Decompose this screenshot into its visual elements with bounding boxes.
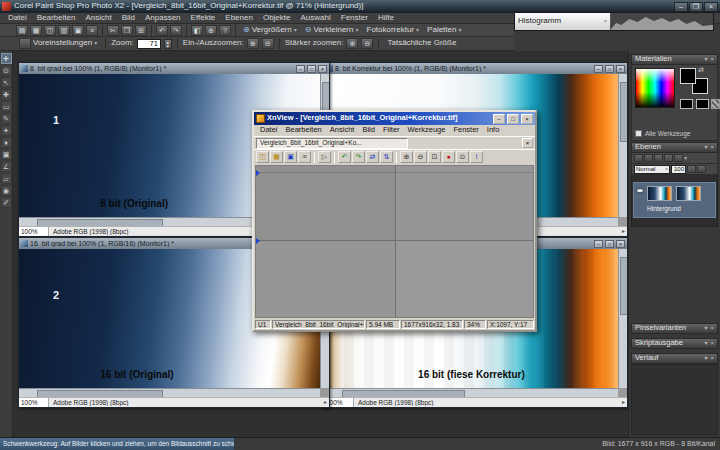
open-image-icon[interactable]: ▦ [30,25,42,36]
menu-bearbeiten[interactable]: Bearbeiten [32,14,81,23]
paste-icon[interactable]: ⊞ [135,25,147,36]
status-arrow-icon[interactable]: ▸ [622,228,627,235]
zoom-stronger-out-icon[interactable]: ⊖ [361,38,373,49]
layers-panel-header[interactable]: Ebenen ▾ × [631,142,718,153]
maximize-button[interactable]: □ [605,240,614,248]
xnview-document-tab[interactable]: Vergleich_8bit_16bit_Original+Ko... [256,138,408,149]
photofix-dropdown[interactable]: Fotokorrektur ▾ [364,24,423,36]
history-header[interactable]: Verlauf ▾ × [631,353,718,364]
magic-wand-tool[interactable]: ✦ [1,125,12,136]
xnview-menu-bearbeiten[interactable]: Bearbeiten [282,126,326,134]
help-icon[interactable]: ? [219,25,231,36]
layer-visibility-icon[interactable] [636,188,644,193]
close-button[interactable]: × [704,2,718,12]
panel-pin-icon[interactable]: ▾ [704,144,707,151]
info-icon[interactable]: i [470,151,483,163]
vertical-scrollbar[interactable] [618,249,627,388]
zoom-in-button[interactable]: ⊕ Vergrößern ▾ [240,24,300,36]
zoom-value-input[interactable] [137,39,161,49]
restore-button[interactable]: ❐ [689,2,703,12]
palettes-dropdown[interactable]: Paletten ▾ [424,24,464,36]
close-button[interactable]: × [521,114,533,124]
undo-icon[interactable]: ↶ [156,25,168,36]
xnview-menu-datei[interactable]: Datei [256,126,282,134]
slideshow-icon[interactable]: ▷ [318,151,331,163]
all-tools-checkbox[interactable] [635,130,642,137]
vertical-scrollbar[interactable] [618,74,627,217]
mirror-vertical-icon[interactable]: ⇅ [380,151,393,163]
menu-objekte[interactable]: Objekte [258,14,296,23]
xnview-menu-filter[interactable]: Filter [379,126,404,134]
new-layer-icon[interactable] [634,154,643,162]
panel-pin-icon[interactable]: ▾ [704,325,707,332]
pick-tool[interactable]: ↖ [1,77,12,88]
panel-close-icon[interactable]: × [710,56,714,63]
zoom-out-icon[interactable]: ⊖ [414,151,427,163]
layer-row-hintergrund[interactable]: Hintergrund [633,182,716,218]
pan-tool[interactable]: ✛ [1,53,12,64]
minimize-button[interactable]: – [296,65,305,73]
new-image-icon[interactable]: ▤ [16,25,28,36]
zoom-tool[interactable]: ⊙ [1,65,12,76]
selection-tool[interactable]: ▭ [1,101,12,112]
panel-close-icon[interactable]: × [710,325,714,332]
straighten-tool[interactable]: ∠ [1,161,12,172]
xnview-image-view[interactable] [255,165,534,318]
status-arrow-icon[interactable]: ▸ [324,399,329,406]
freehand-selection-tool[interactable]: ✎ [1,113,12,124]
close-button[interactable]: × [318,65,327,73]
xnview-menu-ansicht[interactable]: Ansicht [326,126,359,134]
print-icon[interactable]: ≡ [298,151,311,163]
horizontal-scrollbar[interactable] [324,388,618,397]
status-arrow-icon[interactable]: ▸ [622,399,627,406]
link-icon[interactable] [697,165,706,173]
zoom-spinner[interactable]: ▴▾ [164,39,172,49]
actual-size-button[interactable]: Tatsächliche Größe [384,38,459,50]
brush-tool[interactable]: ✐ [1,197,12,208]
document-titlebar[interactable]: 8_bit grad bei 100% (1, RGB/8) (Monitor1… [19,63,329,74]
minimize-button[interactable]: – [674,2,688,12]
foreground-material-swatch[interactable] [680,99,693,109]
xnview-menu-werkzeuge[interactable]: Werkzeuge [404,126,450,134]
red-eye-tool[interactable]: ◉ [1,185,12,196]
lock-icon[interactable] [687,165,696,173]
dropper-tool[interactable]: ♦ [1,137,12,148]
minimize-button[interactable]: – [493,114,505,124]
menu-anpassen[interactable]: Anpassen [140,14,186,23]
move-tool[interactable]: ✚ [1,89,12,100]
script-output-header[interactable]: Skriptausgabe ▾ × [631,338,718,349]
new-group-icon[interactable] [644,154,653,162]
swap-colors-icon[interactable]: ⇄ [698,66,704,74]
save-icon[interactable]: ▣ [72,25,84,36]
transparency-toggle[interactable] [711,99,720,109]
xnview-titlebar[interactable]: XnView - [Vergleich_8bit_16bit_Original+… [254,112,535,125]
cut-icon[interactable]: ✂ [107,25,119,36]
menu-fenster[interactable]: Fenster [336,14,373,23]
open-icon[interactable]: ▦ [270,151,283,163]
maximize-button[interactable]: □ [307,65,316,73]
document-titlebar[interactable]: 8_bit Korrektur bei 100% (1, RGB/8) (Mon… [324,63,627,74]
copy-icon[interactable]: ❐ [121,25,133,36]
close-button[interactable]: × [616,65,625,73]
maximize-button[interactable]: □ [605,65,614,73]
zoom-out-icon[interactable]: ⊖ [262,38,274,49]
background-material-swatch[interactable] [696,99,709,109]
panel-close-icon[interactable]: × [710,144,714,151]
print-icon[interactable]: ≡ [86,25,98,36]
zoom-fit-icon[interactable]: ⊡ [428,151,441,163]
panel-pin-icon[interactable]: ▾ [704,56,707,63]
xnview-window[interactable]: XnView - [Vergleich_8bit_16bit_Original+… [252,110,537,332]
menu-ebenen[interactable]: Ebenen [220,14,258,23]
save-icon[interactable]: ▣ [284,151,297,163]
menu-bild[interactable]: Bild [117,14,140,23]
close-button[interactable]: × [616,240,625,248]
color-picker-swatch[interactable] [635,68,675,108]
opacity-input[interactable]: 100 [671,165,686,174]
scan-icon[interactable]: ▥ [58,25,70,36]
maximize-button[interactable]: □ [507,114,519,124]
chevron-down-icon[interactable]: ▾ [684,155,687,162]
lens-icon[interactable]: ⊙ [456,151,469,163]
zoom-level-box[interactable]: 100% [19,398,49,407]
histogram-selector[interactable]: Histogramm ▾ [515,13,611,30]
zoom-in-icon[interactable]: ⊕ [400,151,413,163]
